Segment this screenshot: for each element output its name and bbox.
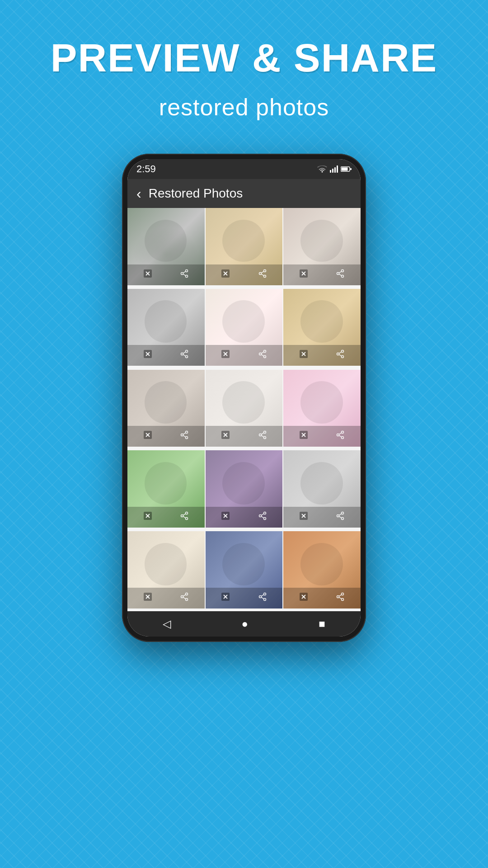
svg-rect-5: [342, 168, 348, 171]
photo-cell-4[interactable]: [127, 289, 205, 366]
delete-btn-1[interactable]: [140, 267, 156, 283]
share-btn-9[interactable]: [332, 429, 348, 444]
photo-cell-10[interactable]: [127, 450, 205, 528]
status-time: 2:59: [136, 163, 156, 175]
photo-cell-11[interactable]: [206, 450, 283, 528]
delete-btn-8[interactable]: [217, 429, 234, 444]
svg-line-33: [146, 352, 150, 356]
svg-point-116: [259, 595, 261, 598]
svg-line-102: [339, 516, 342, 518]
photo-cell-9[interactable]: [283, 370, 361, 447]
svg-point-67: [263, 437, 266, 439]
photo-cell-2[interactable]: [206, 208, 283, 285]
svg-point-76: [337, 434, 339, 436]
delete-btn-3[interactable]: [296, 267, 312, 283]
screen-title: Restored Photos: [149, 186, 243, 201]
share-btn-11[interactable]: [254, 509, 271, 525]
delete-btn-15[interactable]: [296, 590, 312, 606]
svg-line-24: [302, 272, 305, 275]
svg-line-69: [261, 433, 264, 434]
share-btn-12[interactable]: [332, 509, 348, 525]
svg-line-64: [224, 433, 227, 437]
svg-line-120: [302, 595, 305, 599]
svg-point-12: [181, 272, 183, 274]
svg-point-92: [259, 515, 261, 517]
svg-point-52: [337, 353, 339, 355]
svg-rect-3: [337, 165, 338, 173]
photo-cell-1[interactable]: [127, 208, 205, 285]
svg-line-72: [302, 433, 305, 437]
photo-cell-13[interactable]: [127, 531, 205, 609]
delete-btn-13[interactable]: [140, 590, 156, 606]
delete-btn-7[interactable]: [140, 429, 156, 444]
svg-rect-71: [300, 431, 308, 439]
share-btn-14[interactable]: [254, 590, 271, 606]
svg-line-14: [183, 274, 186, 276]
share-btn-5[interactable]: [254, 348, 271, 363]
share-btn-13[interactable]: [176, 590, 192, 606]
share-btn-6[interactable]: [332, 348, 348, 363]
photo-cell-3[interactable]: [283, 208, 361, 285]
share-btn-7[interactable]: [176, 429, 192, 444]
delete-btn-10[interactable]: [140, 509, 156, 525]
delete-btn-6[interactable]: [296, 348, 312, 363]
svg-point-98: [342, 512, 344, 514]
phone-screen: 2:59: [127, 159, 361, 637]
delete-btn-9[interactable]: [296, 429, 312, 444]
svg-line-30: [339, 274, 342, 276]
phone-wrapper: 2:59: [122, 154, 366, 642]
svg-rect-87: [221, 512, 230, 520]
nav-recent-button[interactable]: ■: [310, 614, 334, 634]
share-btn-1[interactable]: [176, 267, 192, 283]
photo-cell-12[interactable]: [283, 450, 361, 528]
photo-cell-14[interactable]: [206, 531, 283, 609]
delete-btn-5[interactable]: [217, 348, 234, 363]
delete-btn-4[interactable]: [140, 348, 156, 363]
svg-point-11: [185, 275, 188, 277]
svg-point-51: [342, 356, 344, 358]
svg-line-121: [302, 595, 305, 599]
share-btn-8[interactable]: [254, 429, 271, 444]
nav-back-button[interactable]: ◁: [154, 614, 180, 634]
svg-point-83: [185, 518, 188, 520]
share-btn-3[interactable]: [332, 267, 348, 283]
svg-point-27: [342, 275, 344, 277]
svg-line-105: [146, 595, 150, 599]
svg-line-88: [224, 514, 227, 518]
share-btn-15[interactable]: [332, 590, 348, 606]
svg-rect-0: [330, 170, 331, 173]
share-btn-2[interactable]: [254, 267, 271, 283]
delete-btn-11[interactable]: [217, 509, 234, 525]
svg-point-115: [263, 598, 266, 600]
svg-point-20: [259, 272, 261, 274]
share-btn-4[interactable]: [176, 348, 192, 363]
delete-btn-12[interactable]: [296, 509, 312, 525]
svg-line-21: [261, 271, 264, 273]
photo-cell-8[interactable]: [206, 370, 283, 447]
svg-line-46: [261, 355, 264, 357]
svg-point-35: [185, 356, 188, 358]
svg-point-84: [181, 515, 183, 517]
photo-cell-15[interactable]: [283, 531, 361, 609]
svg-point-100: [337, 515, 339, 517]
svg-line-53: [339, 352, 342, 354]
svg-point-59: [185, 437, 188, 439]
delete-btn-2[interactable]: [217, 267, 234, 283]
delete-btn-14[interactable]: [217, 590, 234, 606]
share-btn-10[interactable]: [176, 509, 192, 525]
svg-line-40: [224, 352, 227, 356]
svg-point-107: [185, 598, 188, 600]
svg-line-77: [339, 433, 342, 434]
nav-home-button[interactable]: ●: [232, 614, 257, 634]
photo-cell-7[interactable]: [127, 370, 205, 447]
back-button[interactable]: ‹: [136, 186, 141, 201]
svg-point-106: [185, 593, 188, 595]
svg-point-34: [185, 350, 188, 353]
photo-cell-5[interactable]: [206, 289, 283, 366]
svg-line-70: [261, 435, 264, 437]
svg-line-49: [302, 352, 305, 356]
svg-rect-7: [144, 269, 152, 278]
svg-line-57: [146, 433, 150, 437]
svg-point-28: [337, 272, 339, 274]
photo-cell-6[interactable]: [283, 289, 361, 366]
